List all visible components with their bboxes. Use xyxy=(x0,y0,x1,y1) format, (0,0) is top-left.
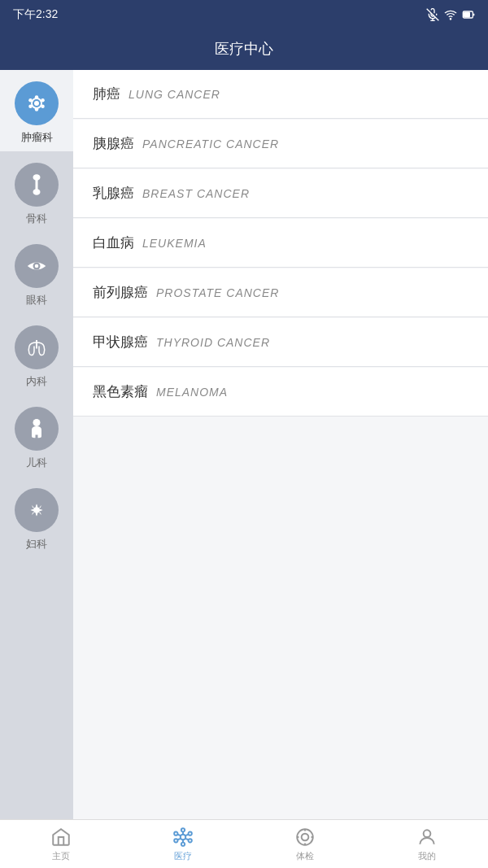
nav-checkup-label: 体检 xyxy=(296,850,314,862)
item-en-6: MELANOMA xyxy=(156,386,228,399)
svg-point-19 xyxy=(35,264,39,268)
orthopedics-icon xyxy=(15,163,59,207)
nav-home[interactable]: 主页 xyxy=(0,827,122,862)
sidebar-item-orthopedics[interactable]: 骨科 xyxy=(0,151,73,233)
svg-point-10 xyxy=(28,98,33,103)
sidebar-item-internal[interactable]: 内科 xyxy=(0,314,73,395)
pediatrics-icon xyxy=(15,407,59,451)
item-cn-6: 黑色素瘤 xyxy=(93,382,148,401)
list-item[interactable]: 肺癌 LUNG CANCER xyxy=(73,70,488,119)
svg-point-15 xyxy=(33,174,41,181)
sidebar-label-oncology: 肿瘤科 xyxy=(21,130,53,145)
svg-point-13 xyxy=(41,105,45,109)
mine-icon xyxy=(416,827,438,848)
header-title: 医疗中心 xyxy=(215,41,273,57)
svg-rect-16 xyxy=(36,180,38,190)
nav-mine[interactable]: 我的 xyxy=(366,827,488,862)
home-icon xyxy=(50,827,72,848)
item-en-4: PROSTATE CANCER xyxy=(156,286,279,299)
item-cn-0: 肺癌 xyxy=(93,85,120,103)
item-cn-3: 白血病 xyxy=(93,233,134,252)
sidebar-item-ophthalmology[interactable]: 眼科 xyxy=(0,233,73,314)
sidebar-label-gynecology: 妇科 xyxy=(26,537,47,552)
item-cn-5: 甲状腺癌 xyxy=(93,333,148,351)
nav-home-label: 主页 xyxy=(52,850,70,862)
item-en-2: BREAST CANCER xyxy=(142,187,250,200)
svg-point-11 xyxy=(41,98,45,103)
sidebar-label-orthopedics: 骨科 xyxy=(26,212,47,226)
nav-medical[interactable]: 医疗 xyxy=(122,827,244,862)
gynecology-icon xyxy=(15,488,59,532)
status-icons xyxy=(426,8,475,21)
svg-rect-6 xyxy=(464,12,470,16)
sidebar-item-pediatrics[interactable]: 儿科 xyxy=(0,395,73,477)
nav-checkup[interactable]: 体检 xyxy=(244,827,366,862)
item-cn-2: 乳腺癌 xyxy=(93,184,134,203)
list-item[interactable]: 白血病 LEUKEMIA xyxy=(73,219,488,268)
item-cn-4: 前列腺癌 xyxy=(93,283,148,302)
item-cn-1: 胰腺癌 xyxy=(93,134,134,153)
svg-point-14 xyxy=(34,101,39,106)
list-item[interactable]: 乳腺癌 BREAST CANCER xyxy=(73,169,488,218)
svg-point-12 xyxy=(28,105,33,109)
sidebar-label-pediatrics: 儿科 xyxy=(26,456,47,470)
sidebar: 肿瘤科 骨科 眼科 xyxy=(0,70,73,819)
nav-mine-label: 我的 xyxy=(418,850,436,862)
svg-point-41 xyxy=(424,830,431,837)
bottom-nav: 主页 医疗 xyxy=(0,819,488,868)
sidebar-label-ophthalmology: 眼科 xyxy=(26,293,47,308)
svg-point-3 xyxy=(450,19,451,20)
item-en-5: THYROID CANCER xyxy=(156,336,270,349)
item-en-1: PANCREATIC CANCER xyxy=(142,137,279,150)
svg-point-25 xyxy=(174,831,177,835)
svg-point-24 xyxy=(181,842,185,845)
svg-point-20 xyxy=(33,419,41,426)
medical-icon xyxy=(172,827,194,848)
list-item[interactable]: 胰腺癌 PANCREATIC CANCER xyxy=(73,120,488,168)
oncology-icon xyxy=(15,81,59,125)
internal-icon xyxy=(15,325,59,369)
svg-point-28 xyxy=(189,839,192,842)
sidebar-item-gynecology[interactable]: 妇科 xyxy=(0,477,73,558)
checkup-icon xyxy=(294,827,316,848)
sidebar-item-oncology[interactable]: 肿瘤科 xyxy=(0,70,73,151)
ophthalmology-icon xyxy=(15,244,59,288)
svg-point-23 xyxy=(181,828,185,831)
item-en-0: LUNG CANCER xyxy=(129,88,220,101)
list-item[interactable]: 黑色素瘤 MELANOMA xyxy=(73,368,488,417)
svg-point-35 xyxy=(297,829,313,845)
nav-medical-label: 医疗 xyxy=(174,850,192,862)
svg-point-27 xyxy=(174,839,177,842)
main-content: 肿瘤科 骨科 眼科 xyxy=(0,70,488,819)
list-item[interactable]: 前列腺癌 PROSTATE CANCER xyxy=(73,268,488,317)
sidebar-label-internal: 内科 xyxy=(26,374,47,389)
status-time: 下午2:32 xyxy=(13,7,58,22)
item-en-3: LEUKEMIA xyxy=(142,237,207,250)
svg-point-36 xyxy=(302,833,309,840)
disease-list: 肺癌 LUNG CANCER 胰腺癌 PANCREATIC CANCER 乳腺癌… xyxy=(73,70,488,819)
svg-point-8 xyxy=(35,95,39,99)
svg-point-9 xyxy=(35,107,39,111)
status-bar: 下午2:32 xyxy=(0,0,488,29)
list-item[interactable]: 甲状腺癌 THYROID CANCER xyxy=(73,318,488,367)
page-header: 医疗中心 xyxy=(0,29,488,70)
svg-point-17 xyxy=(33,189,41,195)
svg-point-26 xyxy=(189,831,192,835)
